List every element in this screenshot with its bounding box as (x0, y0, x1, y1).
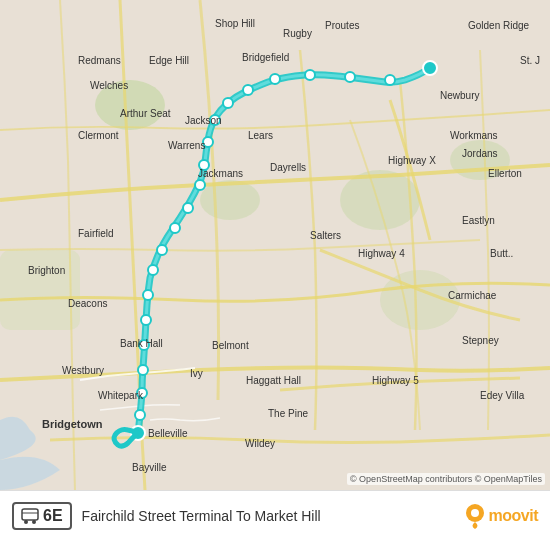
svg-point-22 (143, 290, 153, 300)
svg-point-21 (148, 265, 158, 275)
svg-point-20 (157, 245, 167, 255)
svg-point-16 (199, 160, 209, 170)
bus-icon (21, 508, 39, 524)
moovit-logo: moovit (464, 503, 538, 529)
svg-point-14 (210, 115, 220, 125)
svg-point-24 (139, 340, 149, 350)
svg-point-8 (385, 75, 395, 85)
route-number: 6E (43, 507, 63, 525)
svg-point-11 (270, 74, 280, 84)
svg-point-25 (138, 365, 148, 375)
moovit-pin-icon (464, 503, 486, 529)
svg-point-27 (135, 410, 145, 420)
map-container: Shop HillRugbyProutesGolden RidgeRedmans… (0, 0, 550, 490)
svg-point-17 (195, 180, 205, 190)
svg-point-19 (170, 223, 180, 233)
route-name: Fairchild Street Terminal To Market Hill (82, 508, 454, 524)
moovit-text: moovit (489, 507, 538, 525)
svg-point-13 (223, 98, 233, 108)
map-attribution: © OpenStreetMap contributors © OpenMapTi… (347, 473, 545, 485)
svg-point-1 (95, 80, 165, 130)
svg-point-23 (141, 315, 151, 325)
svg-point-9 (345, 72, 355, 82)
svg-point-7 (423, 61, 437, 75)
svg-rect-6 (0, 250, 80, 330)
svg-point-18 (183, 203, 193, 213)
svg-rect-29 (22, 509, 38, 520)
svg-point-36 (471, 509, 479, 517)
svg-point-4 (450, 140, 510, 180)
route-badge: 6E (12, 502, 72, 530)
bottom-bar: 6E Fairchild Street Terminal To Market H… (0, 490, 550, 540)
svg-point-26 (137, 388, 147, 398)
svg-point-12 (243, 85, 253, 95)
svg-point-10 (305, 70, 315, 80)
svg-point-15 (203, 137, 213, 147)
